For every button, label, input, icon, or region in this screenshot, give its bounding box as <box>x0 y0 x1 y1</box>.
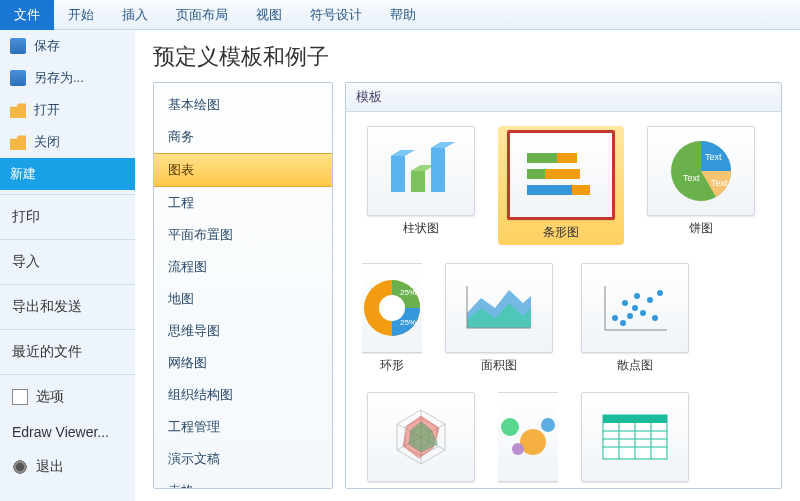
svg-point-24 <box>622 300 628 306</box>
template-spider-chart[interactable]: 蜘蛛网图，雷达图和极性图 <box>362 392 480 488</box>
page-title: 预定义模板和例子 <box>153 42 782 72</box>
sidebar-item-label: 选项 <box>36 388 64 406</box>
category-chart[interactable]: 图表 <box>154 153 332 187</box>
category-map[interactable]: 地图 <box>154 283 332 315</box>
area-chart-icon <box>445 263 553 353</box>
sidebar-item-label: 退出 <box>36 458 64 476</box>
category-network[interactable]: 网络图 <box>154 347 332 379</box>
template-scatter-chart[interactable]: 散点图 <box>576 263 694 374</box>
svg-rect-8 <box>572 185 590 195</box>
sidebar-item-label: 最近的文件 <box>12 343 82 361</box>
sidebar-close[interactable]: 关闭 <box>0 126 135 158</box>
template-label: 蜘蛛网图，雷达图和极性图 <box>362 486 480 488</box>
svg-point-26 <box>634 293 640 299</box>
template-table-chart[interactable] <box>576 392 694 488</box>
ribbon-tab-symbol[interactable]: 符号设计 <box>296 0 376 30</box>
svg-point-29 <box>647 297 653 303</box>
svg-rect-5 <box>527 169 545 179</box>
column-chart-icon <box>367 126 475 216</box>
category-mindmap[interactable]: 思维导图 <box>154 315 332 347</box>
sidebar-item-label: 打开 <box>34 101 60 119</box>
svg-text:Text: Text <box>711 178 728 188</box>
options-icon <box>12 389 28 405</box>
svg-rect-3 <box>527 153 557 163</box>
sidebar-save[interactable]: 保存 <box>0 30 135 62</box>
svg-rect-1 <box>411 171 425 192</box>
ribbon-tab-insert[interactable]: 插入 <box>108 0 162 30</box>
category-flowchart[interactable]: 流程图 <box>154 251 332 283</box>
svg-text:25%: 25% <box>400 288 416 297</box>
template-bar-chart[interactable]: 条形图 <box>498 126 624 245</box>
sidebar-item-label: 导入 <box>12 253 40 271</box>
ribbon-tab-layout[interactable]: 页面布局 <box>162 0 242 30</box>
category-business[interactable]: 商务 <box>154 121 332 153</box>
file-sidebar: 保存 另存为... 打开 关闭 新建 打印 导入 导出和发送 最近的文件 选项 … <box>0 30 135 501</box>
ribbon-tabs: 文件 开始 插入 页面布局 视图 符号设计 帮助 <box>0 0 800 30</box>
category-table[interactable]: 表格 <box>154 475 332 489</box>
svg-point-30 <box>652 315 658 321</box>
save-icon <box>10 38 26 54</box>
sidebar-recent[interactable]: 最近的文件 <box>0 334 135 370</box>
svg-point-28 <box>632 305 638 311</box>
svg-point-32 <box>627 313 633 319</box>
template-label: 条形图 <box>543 224 579 241</box>
ribbon-tab-view[interactable]: 视图 <box>242 0 296 30</box>
spider-chart-icon <box>367 392 475 482</box>
open-icon <box>10 102 26 118</box>
svg-rect-7 <box>527 185 572 195</box>
doughnut-chart-icon: 25% 25% <box>362 263 422 353</box>
saveas-icon <box>10 70 26 86</box>
svg-text:Text: Text <box>705 152 722 162</box>
sidebar-item-label: 打印 <box>12 208 40 226</box>
sidebar-item-label: 保存 <box>34 37 60 55</box>
category-presentation[interactable]: 演示文稿 <box>154 443 332 475</box>
category-floorplan[interactable]: 平面布置图 <box>154 219 332 251</box>
svg-point-25 <box>620 320 626 326</box>
svg-text:Text: Text <box>683 173 700 183</box>
exit-icon <box>12 459 28 475</box>
category-basic[interactable]: 基本绘图 <box>154 89 332 121</box>
sidebar-item-label: Edraw Viewer... <box>12 424 109 440</box>
ribbon-tab-help[interactable]: 帮助 <box>376 0 430 30</box>
ribbon-tab-home[interactable]: 开始 <box>54 0 108 30</box>
svg-point-31 <box>657 290 663 296</box>
svg-rect-0 <box>391 156 405 192</box>
sidebar-export[interactable]: 导出和发送 <box>0 289 135 325</box>
template-label: 面积图 <box>481 357 517 374</box>
template-bubble-chart[interactable]: 气泡 <box>498 392 558 488</box>
svg-point-27 <box>640 310 646 316</box>
category-engineering[interactable]: 工程 <box>154 187 332 219</box>
template-pie-chart[interactable]: Text Text Text 饼图 <box>642 126 760 245</box>
close-icon <box>10 134 26 150</box>
svg-rect-4 <box>557 153 577 163</box>
svg-point-43 <box>541 418 555 432</box>
sidebar-exit[interactable]: 退出 <box>0 449 135 485</box>
sidebar-item-label: 另存为... <box>34 69 84 87</box>
sidebar-options[interactable]: 选项 <box>0 379 135 415</box>
category-panel: 基本绘图 商务 图表 工程 平面布置图 流程图 地图 思维导图 网络图 组织结构… <box>153 82 333 489</box>
sidebar-viewer[interactable]: Edraw Viewer... <box>0 415 135 449</box>
svg-point-41 <box>501 418 519 436</box>
svg-rect-6 <box>545 169 580 179</box>
sidebar-open[interactable]: 打开 <box>0 94 135 126</box>
svg-text:25%: 25% <box>400 318 416 327</box>
ribbon-tab-file[interactable]: 文件 <box>0 0 54 30</box>
sidebar-saveas[interactable]: 另存为... <box>0 62 135 94</box>
template-label: 环形 <box>380 357 404 374</box>
bubble-chart-icon <box>498 392 558 482</box>
template-label: 散点图 <box>617 357 653 374</box>
svg-point-23 <box>612 315 618 321</box>
sidebar-new[interactable]: 新建 <box>0 158 135 190</box>
template-column-chart[interactable]: 柱状图 <box>362 126 480 245</box>
category-orgchart[interactable]: 组织结构图 <box>154 379 332 411</box>
template-label: 柱状图 <box>403 220 439 237</box>
sidebar-print[interactable]: 打印 <box>0 199 135 235</box>
template-area-chart[interactable]: 面积图 <box>440 263 558 374</box>
template-doughnut-chart[interactable]: 25% 25% 环形 <box>362 263 422 374</box>
category-projmgmt[interactable]: 工程管理 <box>154 411 332 443</box>
svg-point-42 <box>520 429 546 455</box>
template-header: 模板 <box>346 83 781 112</box>
bar-chart-icon <box>507 130 615 220</box>
sidebar-import[interactable]: 导入 <box>0 244 135 280</box>
svg-point-44 <box>512 443 524 455</box>
